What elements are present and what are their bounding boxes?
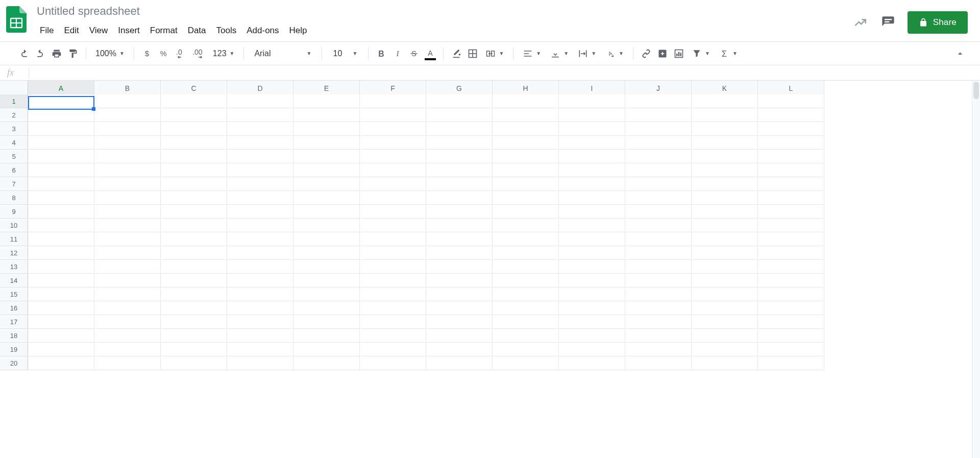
cell[interactable] bbox=[426, 163, 493, 177]
cell[interactable] bbox=[493, 177, 559, 191]
cell[interactable] bbox=[28, 205, 94, 219]
cell[interactable] bbox=[692, 232, 758, 246]
cell[interactable] bbox=[293, 150, 360, 163]
cell[interactable] bbox=[758, 219, 824, 232]
menu-addons[interactable]: Add-ons bbox=[241, 23, 284, 38]
font-combo[interactable]: Arial ▼ bbox=[249, 46, 316, 61]
cell[interactable] bbox=[625, 163, 692, 177]
cell[interactable] bbox=[758, 246, 824, 260]
cell[interactable] bbox=[28, 219, 94, 232]
bold-button[interactable]: B bbox=[374, 46, 389, 61]
text-rotation-button[interactable]: A ▼ bbox=[601, 46, 628, 61]
cell[interactable] bbox=[559, 191, 625, 205]
cell[interactable] bbox=[493, 191, 559, 205]
cell[interactable] bbox=[758, 122, 824, 136]
cell[interactable] bbox=[227, 287, 293, 301]
cell[interactable] bbox=[227, 108, 293, 122]
cell[interactable] bbox=[28, 287, 94, 301]
comments-icon[interactable] bbox=[880, 14, 896, 31]
cell[interactable] bbox=[426, 150, 493, 163]
column-header[interactable]: J bbox=[625, 81, 692, 96]
cell[interactable] bbox=[625, 205, 692, 219]
cell[interactable] bbox=[692, 205, 758, 219]
cell[interactable] bbox=[559, 274, 625, 287]
cell[interactable] bbox=[559, 150, 625, 163]
cell[interactable] bbox=[625, 356, 692, 370]
functions-button[interactable]: Σ ▼ bbox=[715, 46, 742, 61]
column-header[interactable]: D bbox=[227, 81, 293, 96]
cell[interactable] bbox=[625, 136, 692, 150]
vertical-align-button[interactable]: ▼ bbox=[546, 46, 573, 61]
column-header[interactable]: L bbox=[758, 81, 824, 96]
cell[interactable] bbox=[161, 301, 227, 315]
cell[interactable] bbox=[227, 232, 293, 246]
cell[interactable] bbox=[94, 246, 161, 260]
cell[interactable] bbox=[426, 191, 493, 205]
cell[interactable] bbox=[293, 177, 360, 191]
cell[interactable] bbox=[94, 136, 161, 150]
borders-button[interactable] bbox=[465, 46, 480, 61]
cell[interactable] bbox=[493, 315, 559, 329]
cell[interactable] bbox=[559, 177, 625, 191]
cell[interactable] bbox=[758, 163, 824, 177]
insert-link-button[interactable] bbox=[639, 46, 654, 61]
column-header[interactable]: G bbox=[426, 81, 493, 96]
cell[interactable] bbox=[559, 108, 625, 122]
cell[interactable] bbox=[227, 315, 293, 329]
scrollbar-thumb[interactable] bbox=[973, 82, 979, 99]
cell[interactable] bbox=[692, 260, 758, 274]
activity-icon[interactable] bbox=[852, 14, 869, 31]
cell[interactable] bbox=[293, 122, 360, 136]
cell[interactable] bbox=[559, 260, 625, 274]
cell[interactable] bbox=[94, 177, 161, 191]
cell[interactable] bbox=[625, 177, 692, 191]
cell[interactable] bbox=[293, 108, 360, 122]
cell[interactable] bbox=[94, 287, 161, 301]
cell[interactable] bbox=[758, 150, 824, 163]
column-header[interactable]: H bbox=[493, 81, 559, 96]
cell[interactable] bbox=[293, 287, 360, 301]
cell[interactable] bbox=[161, 94, 227, 108]
column-header[interactable]: E bbox=[293, 81, 360, 96]
cell[interactable] bbox=[692, 287, 758, 301]
cell[interactable] bbox=[28, 260, 94, 274]
strikethrough-button[interactable]: S bbox=[406, 46, 422, 61]
decrease-decimal-button[interactable]: .0 bbox=[172, 46, 188, 61]
cell[interactable] bbox=[758, 287, 824, 301]
cell[interactable] bbox=[28, 356, 94, 370]
cell[interactable] bbox=[227, 329, 293, 343]
column-header[interactable]: K bbox=[692, 81, 758, 96]
cell[interactable] bbox=[94, 94, 161, 108]
cell[interactable] bbox=[360, 163, 426, 177]
cell[interactable] bbox=[94, 232, 161, 246]
cell[interactable] bbox=[28, 163, 94, 177]
menu-insert[interactable]: Insert bbox=[113, 23, 145, 38]
cell[interactable] bbox=[161, 274, 227, 287]
cell[interactable] bbox=[692, 219, 758, 232]
doc-title[interactable]: Untitled spreadsheet bbox=[35, 4, 312, 18]
cell[interactable] bbox=[28, 136, 94, 150]
cell[interactable] bbox=[161, 219, 227, 232]
cell[interactable] bbox=[293, 356, 360, 370]
cell[interactable] bbox=[559, 205, 625, 219]
menu-view[interactable]: View bbox=[84, 23, 113, 38]
cell[interactable] bbox=[493, 94, 559, 108]
cell[interactable] bbox=[426, 136, 493, 150]
cell[interactable] bbox=[758, 108, 824, 122]
cell[interactable] bbox=[426, 219, 493, 232]
cell[interactable] bbox=[360, 94, 426, 108]
cell[interactable] bbox=[625, 260, 692, 274]
insert-chart-button[interactable] bbox=[671, 46, 687, 61]
print-button[interactable] bbox=[49, 46, 64, 61]
cell[interactable] bbox=[426, 356, 493, 370]
cell[interactable] bbox=[758, 232, 824, 246]
menu-edit[interactable]: Edit bbox=[59, 23, 84, 38]
cell[interactable] bbox=[493, 274, 559, 287]
text-wrap-button[interactable]: ▼ bbox=[574, 46, 600, 61]
cell[interactable] bbox=[161, 356, 227, 370]
cell[interactable] bbox=[28, 274, 94, 287]
cell[interactable] bbox=[559, 163, 625, 177]
horizontal-align-button[interactable]: ▼ bbox=[519, 46, 545, 61]
row-header[interactable]: 12 bbox=[0, 246, 28, 260]
cell[interactable] bbox=[493, 260, 559, 274]
